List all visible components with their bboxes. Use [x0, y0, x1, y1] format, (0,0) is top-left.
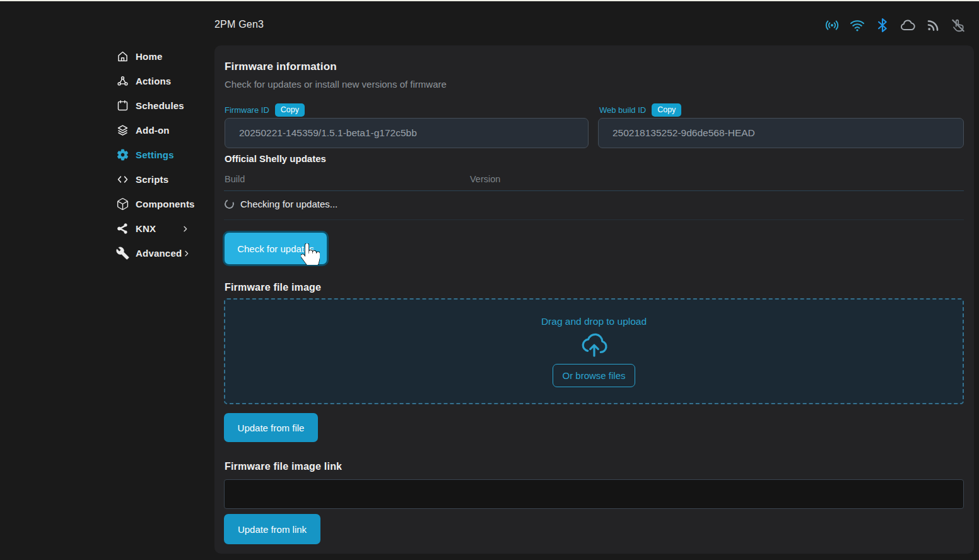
sidebar-item-label: Settings: [136, 149, 174, 160]
sidebar-item-label: Actions: [136, 76, 171, 86]
file-upload-title: Firmware file image: [225, 282, 321, 293]
checking-updates-row: Checking for updates...: [225, 199, 337, 209]
sidebar-item-knx[interactable]: KNX: [0, 216, 208, 241]
actions-icon: [115, 74, 129, 88]
table-header-divider: [224, 190, 964, 191]
column-header-build: Build: [225, 174, 245, 184]
sidebar-item-label: Components: [136, 199, 195, 209]
gear-icon: [115, 148, 129, 162]
calendar-icon: [115, 99, 129, 113]
share-nodes-icon: [115, 222, 129, 236]
firmware-id-label: Firmware ID: [225, 105, 269, 115]
web-build-id-label: Web build ID: [599, 105, 646, 115]
web-build-id-input[interactable]: [598, 118, 964, 148]
window-top-edge: [0, 0, 979, 1]
firmware-info-subtitle: Check for updates or install new version…: [225, 79, 447, 90]
wifi-icon: [849, 17, 865, 33]
layers-icon: [115, 124, 129, 137]
chevron-right-icon: [180, 224, 191, 234]
sidebar-item-settings[interactable]: Settings: [0, 143, 208, 167]
table-row-divider: [224, 219, 964, 220]
broadcast-icon: [824, 17, 840, 33]
browse-files-button[interactable]: Or browse files: [553, 364, 635, 387]
sidebar-item-home[interactable]: Home: [0, 44, 208, 69]
sidebar-item-components[interactable]: Components: [0, 192, 208, 216]
cloud-icon: [900, 17, 916, 33]
firmware-settings-card: Firmware information Check for updates o…: [214, 45, 974, 554]
firmware-id-label-row: Firmware ID Copy: [225, 103, 305, 117]
rss-icon: [925, 17, 941, 33]
home-icon: [115, 50, 129, 64]
official-updates-title: Official Shelly updates: [225, 153, 326, 164]
link-upload-title: Firmware file image link: [225, 461, 342, 472]
sidebar-item-addon[interactable]: Add-on: [0, 118, 208, 143]
update-from-link-button[interactable]: Update from link: [224, 514, 320, 544]
sidebar-item-scripts[interactable]: Scripts: [0, 167, 208, 192]
sidebar-item-label: KNX: [136, 223, 156, 234]
checking-updates-text: Checking for updates...: [240, 199, 337, 209]
firmware-link-input[interactable]: [224, 479, 964, 509]
update-from-file-button[interactable]: Update from file: [224, 413, 318, 442]
firmware-info-title: Firmware information: [225, 61, 337, 73]
hand-disabled-icon: [950, 17, 966, 33]
bluetooth-icon: [874, 17, 891, 33]
device-title: 2PM Gen3: [214, 19, 264, 30]
wrench-icon: [115, 247, 129, 260]
sidebar-item-schedules[interactable]: Schedules: [0, 93, 208, 118]
column-header-version: Version: [470, 174, 500, 184]
file-dropzone[interactable]: Drag and drop to upload Or browse files: [224, 298, 964, 404]
sidebar-item-label: Add-on: [136, 125, 170, 136]
sidebar-item-label: Schedules: [136, 100, 184, 111]
cloud-upload-icon: [579, 331, 609, 360]
status-icon-bar: [824, 17, 966, 33]
sidebar-item-actions[interactable]: Actions: [0, 69, 208, 93]
web-build-id-label-row: Web build ID Copy: [599, 103, 681, 117]
web-build-id-copy-button[interactable]: Copy: [652, 103, 681, 117]
code-icon: [115, 173, 129, 187]
firmware-id-input[interactable]: [225, 118, 589, 148]
cube-icon: [115, 197, 129, 211]
shelly-device-page: 2PM Gen3: [0, 0, 979, 560]
sidebar-item-label: Advanced: [136, 248, 182, 259]
dropzone-text: Drag and drop to upload: [541, 316, 647, 327]
sidebar-nav: Home Actions Schedules: [0, 44, 208, 265]
sidebar-item-advanced[interactable]: Advanced: [0, 241, 208, 265]
sidebar-item-label: Scripts: [136, 174, 168, 185]
chevron-right-icon: [182, 248, 192, 259]
sidebar-item-label: Home: [136, 51, 162, 62]
firmware-id-copy-button[interactable]: Copy: [275, 103, 305, 117]
loading-spinner-icon: [223, 198, 235, 210]
check-for-updates-button[interactable]: Check for updates: [225, 233, 327, 264]
